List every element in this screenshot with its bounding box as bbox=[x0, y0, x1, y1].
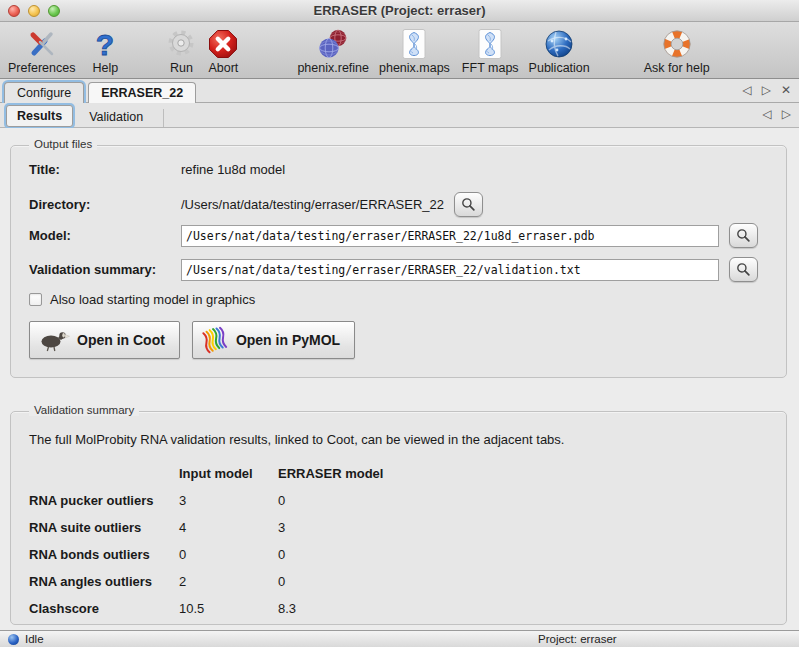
toolbar-label: Abort bbox=[208, 61, 238, 75]
open-in-coot-label: Open in Coot bbox=[77, 332, 165, 348]
close-window-button[interactable] bbox=[8, 5, 20, 17]
table-row: RNA bonds outliers 0 0 bbox=[29, 541, 438, 568]
results-panel: Output files Title: refine 1u8d model Di… bbox=[0, 128, 799, 630]
tab-erraser-22[interactable]: ERRASER_22 bbox=[88, 82, 196, 103]
browse-validation-button[interactable] bbox=[729, 257, 758, 282]
status-sphere-icon bbox=[8, 634, 19, 645]
open-buttons-row: Open in Coot Open in PyMOL bbox=[29, 321, 355, 359]
tab-scroll-left-icon[interactable]: ◁ bbox=[742, 83, 751, 97]
minimize-window-button[interactable] bbox=[28, 5, 40, 17]
row-label: RNA pucker outliers bbox=[29, 487, 179, 514]
load-starting-model-row: Also load starting model in graphics bbox=[29, 292, 255, 307]
validation-intro-text: The full MolProbity RNA validation resul… bbox=[29, 432, 564, 447]
column-erraser-model: ERRASER model bbox=[278, 460, 438, 487]
table-row: Clashscore 10.5 8.3 bbox=[29, 595, 438, 622]
toolbar-label: Run bbox=[170, 61, 193, 75]
group-label: Output files bbox=[29, 138, 97, 150]
project-label: Project: erraser bbox=[538, 633, 617, 645]
input-model-value: 3 bbox=[179, 487, 278, 514]
toolbar-label: FFT maps bbox=[462, 61, 519, 75]
toolbar-label: phenix.maps bbox=[379, 61, 450, 75]
publication-button[interactable]: Publication bbox=[529, 27, 590, 75]
tab-validation[interactable]: Validation bbox=[79, 107, 153, 127]
browse-directory-button[interactable] bbox=[454, 192, 483, 217]
svg-text:?: ? bbox=[96, 28, 114, 60]
density-map-icon bbox=[474, 27, 506, 61]
directory-value: /Users/nat/data/testing/erraser/ERRASER_… bbox=[181, 197, 444, 212]
help-button[interactable]: ? Help bbox=[89, 27, 121, 75]
toolbar-label: Preferences bbox=[8, 61, 75, 75]
erraser-model-value: 0 bbox=[278, 487, 438, 514]
model-label: Model: bbox=[29, 228, 181, 243]
erraser-window: ERRASER (Project: erraser) Preferences ?… bbox=[0, 0, 799, 647]
sub-tab-bar: Results Validation ◁ ▷ bbox=[0, 103, 799, 128]
window-title: ERRASER (Project: erraser) bbox=[0, 0, 799, 22]
input-model-value: 0 bbox=[179, 541, 278, 568]
group-label: Validation summary bbox=[29, 404, 139, 416]
row-label: RNA suite outliers bbox=[29, 514, 179, 541]
refine-spheres-icon bbox=[317, 27, 349, 61]
column-input-model: Input model bbox=[179, 460, 278, 487]
abort-button[interactable]: Abort bbox=[207, 27, 239, 75]
validation-summary-row: Validation summary: bbox=[29, 257, 758, 282]
model-path-input[interactable] bbox=[181, 225, 719, 247]
directory-label: Directory: bbox=[29, 197, 181, 212]
gear-icon bbox=[165, 27, 197, 61]
table-row: RNA pucker outliers 3 0 bbox=[29, 487, 438, 514]
toolbar-label: Help bbox=[93, 61, 119, 75]
output-files-group: Output files Title: refine 1u8d model Di… bbox=[10, 145, 787, 378]
erraser-model-value: 0 bbox=[278, 541, 438, 568]
load-starting-model-label: Also load starting model in graphics bbox=[50, 292, 255, 307]
open-in-pymol-label: Open in PyMOL bbox=[236, 332, 340, 348]
table-row: RNA angles outliers 2 0 bbox=[29, 568, 438, 595]
ask-for-help-button[interactable]: Ask for help bbox=[644, 27, 710, 75]
validation-path-input[interactable] bbox=[181, 259, 719, 281]
title-label: Title: bbox=[29, 162, 181, 177]
phenix-refine-button[interactable]: phenix.refine bbox=[297, 27, 369, 75]
load-starting-model-checkbox[interactable] bbox=[29, 293, 42, 306]
tab-configure[interactable]: Configure bbox=[4, 82, 84, 103]
tab-results[interactable]: Results bbox=[6, 105, 73, 127]
browse-model-button[interactable] bbox=[729, 223, 758, 248]
question-mark-icon: ? bbox=[89, 27, 121, 61]
life-ring-icon bbox=[661, 27, 693, 61]
status-text: Idle bbox=[25, 633, 44, 645]
density-map-icon bbox=[398, 27, 430, 61]
input-model-value: 4 bbox=[179, 514, 278, 541]
phenix-maps-button[interactable]: phenix.maps bbox=[379, 27, 450, 75]
open-in-pymol-button[interactable]: Open in PyMOL bbox=[192, 321, 355, 359]
tools-icon bbox=[26, 27, 58, 61]
subtab-scroll-right-icon[interactable]: ▷ bbox=[782, 107, 791, 121]
title-row: Title: refine 1u8d model bbox=[29, 162, 285, 177]
validation-table: Input model ERRASER model RNA pucker out… bbox=[29, 460, 438, 622]
tab-separator bbox=[163, 109, 164, 127]
run-button[interactable]: Run bbox=[165, 27, 197, 75]
tab-close-icon[interactable]: ✕ bbox=[781, 83, 791, 97]
erraser-model-value: 8.3 bbox=[278, 595, 438, 622]
table-row: RNA suite outliers 4 3 bbox=[29, 514, 438, 541]
validation-summary-group: Validation summary The full MolProbity R… bbox=[10, 411, 787, 625]
abort-stop-icon bbox=[207, 27, 239, 61]
row-label: RNA angles outliers bbox=[29, 568, 179, 595]
coot-bird-icon bbox=[38, 328, 70, 352]
preferences-button[interactable]: Preferences bbox=[8, 27, 75, 75]
magnifier-icon bbox=[736, 262, 751, 277]
input-model-value: 2 bbox=[179, 568, 278, 595]
title-value: refine 1u8d model bbox=[181, 162, 285, 177]
erraser-model-value: 0 bbox=[278, 568, 438, 595]
toolbar: Preferences ? Help Run bbox=[0, 22, 799, 79]
toolbar-label: Ask for help bbox=[644, 61, 710, 75]
toolbar-label: Publication bbox=[529, 61, 590, 75]
input-model-value: 10.5 bbox=[179, 595, 278, 622]
pymol-ribbon-icon bbox=[201, 326, 229, 354]
zoom-window-button[interactable] bbox=[48, 5, 60, 17]
globe-icon bbox=[543, 27, 575, 61]
fft-maps-button[interactable]: FFT maps bbox=[462, 27, 519, 75]
erraser-model-value: 3 bbox=[278, 514, 438, 541]
subtab-scroll-left-icon[interactable]: ◁ bbox=[763, 107, 772, 121]
row-label: Clashscore bbox=[29, 595, 179, 622]
titlebar: ERRASER (Project: erraser) bbox=[0, 0, 799, 22]
row-label: RNA bonds outliers bbox=[29, 541, 179, 568]
tab-scroll-right-icon[interactable]: ▷ bbox=[762, 83, 771, 97]
open-in-coot-button[interactable]: Open in Coot bbox=[29, 321, 180, 359]
